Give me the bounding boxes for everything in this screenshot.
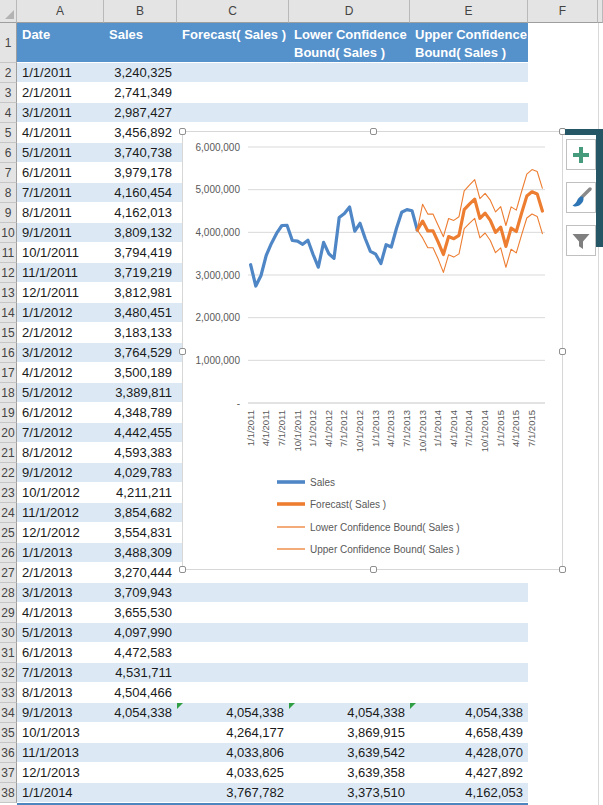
row-header-17[interactable]: 17	[0, 363, 17, 383]
cell-A5[interactable]: 4/1/2011	[17, 123, 104, 143]
row-header-2[interactable]: 2	[0, 63, 17, 83]
cell-B2[interactable]: 3,240,325	[104, 63, 177, 83]
x-axis-tick-label[interactable]: 7/1/2015	[526, 410, 537, 447]
cell-A19[interactable]: 6/1/2012	[17, 403, 104, 423]
y-axis-tick-label[interactable]: 2,000,000	[196, 312, 241, 323]
row-header-34[interactable]: 34	[0, 703, 17, 723]
cell-A38[interactable]: 1/1/2014	[17, 783, 104, 803]
cell-A22[interactable]: 9/1/2012	[17, 463, 104, 483]
selection-handle[interactable]	[370, 128, 377, 135]
cell-D38[interactable]: 3,373,510	[289, 783, 410, 803]
cell-D32[interactable]	[289, 663, 410, 683]
cell-B17[interactable]: 3,500,189	[104, 363, 177, 383]
cell-A28[interactable]: 3/1/2013	[17, 583, 104, 603]
row-header-23[interactable]: 23	[0, 483, 17, 503]
cell-C4[interactable]	[177, 103, 289, 123]
cell-D2[interactable]	[289, 63, 410, 83]
sales-line[interactable]	[251, 207, 418, 286]
column-header-B[interactable]: B	[104, 0, 177, 23]
cell-C32[interactable]	[177, 663, 289, 683]
cell-B25[interactable]: 3,554,831	[104, 523, 177, 543]
cell-A15[interactable]: 2/1/2012	[17, 323, 104, 343]
chart-elements-button[interactable]	[566, 139, 596, 170]
cell-A34[interactable]: 9/1/2013	[17, 703, 104, 723]
cell-B9[interactable]: 4,162,013	[104, 203, 177, 223]
forecast-chart[interactable]: 6,000,0005,000,0004,000,0003,000,0002,00…	[182, 131, 563, 570]
legend-label[interactable]: Lower Confidence Bound( Sales )	[310, 522, 460, 533]
selection-handle[interactable]	[370, 566, 377, 573]
row-header-32[interactable]: 32	[0, 663, 17, 683]
forecast-line[interactable]	[417, 192, 542, 255]
x-axis-tick-label[interactable]: 4/1/2014	[448, 410, 459, 447]
selection-handle[interactable]	[179, 128, 186, 135]
cell-B33[interactable]: 4,504,466	[104, 683, 177, 703]
row-header-26[interactable]: 26	[0, 543, 17, 563]
cell-C33[interactable]	[177, 683, 289, 703]
cell-B36[interactable]	[104, 743, 177, 763]
cell-B20[interactable]: 4,442,455	[104, 423, 177, 443]
cell-E28[interactable]	[410, 583, 528, 603]
cell-C30[interactable]	[177, 623, 289, 643]
cell-A32[interactable]: 7/1/2013	[17, 663, 104, 683]
cell-A37[interactable]: 12/1/2013	[17, 763, 104, 783]
cell-A30[interactable]: 5/1/2013	[17, 623, 104, 643]
row-header-6[interactable]: 6	[0, 143, 17, 163]
row-header-31[interactable]: 31	[0, 643, 17, 663]
x-axis-tick-label[interactable]: 1/1/2011	[245, 410, 256, 446]
selection-handle[interactable]	[559, 348, 566, 355]
cell-B14[interactable]: 3,480,451	[104, 303, 177, 323]
row-header-35[interactable]: 35	[0, 723, 17, 743]
row-header-28[interactable]: 28	[0, 583, 17, 603]
cell-D3[interactable]	[289, 83, 410, 103]
chart-filters-button[interactable]	[566, 225, 596, 256]
cell-B29[interactable]: 3,655,530	[104, 603, 177, 623]
x-axis-tick-label[interactable]: 1/1/2013	[370, 410, 381, 447]
cell-B38[interactable]	[104, 783, 177, 803]
cell-C28[interactable]	[177, 583, 289, 603]
cell-E2[interactable]	[410, 63, 528, 83]
cell-B16[interactable]: 3,764,529	[104, 343, 177, 363]
cell-C38[interactable]: 3,767,782	[177, 783, 289, 803]
cell-D34[interactable]: 4,054,338	[289, 703, 410, 723]
cell-B7[interactable]: 3,979,178	[104, 163, 177, 183]
cell-A13[interactable]: 12/1/2011	[17, 283, 104, 303]
cell-B15[interactable]: 3,183,133	[104, 323, 177, 343]
header-cell-upper-bound[interactable]: Upper Confidence Bound( Sales )	[410, 23, 528, 63]
cell-B37[interactable]	[104, 763, 177, 783]
cell-A16[interactable]: 3/1/2012	[17, 343, 104, 363]
chart-styles-button[interactable]	[566, 182, 596, 213]
x-axis-tick-label[interactable]: 7/1/2012	[338, 410, 349, 447]
row-header-8[interactable]: 8	[0, 183, 17, 203]
cell-A35[interactable]: 10/1/2013	[17, 723, 104, 743]
y-axis-tick-label[interactable]: 5,000,000	[196, 184, 241, 195]
cell-B28[interactable]: 3,709,943	[104, 583, 177, 603]
row-header-37[interactable]: 37	[0, 763, 17, 783]
cell-B19[interactable]: 4,348,789	[104, 403, 177, 423]
cell-E34[interactable]: 4,054,338	[410, 703, 528, 723]
x-axis-tick-label[interactable]: 7/1/2013	[401, 410, 412, 447]
row-header-25[interactable]: 25	[0, 523, 17, 543]
y-axis-tick-label[interactable]: 1,000,000	[196, 355, 241, 366]
row-header-20[interactable]: 20	[0, 423, 17, 443]
cell-D35[interactable]: 3,869,915	[289, 723, 410, 743]
cell-B21[interactable]: 4,593,383	[104, 443, 177, 463]
cell-D33[interactable]	[289, 683, 410, 703]
legend-label[interactable]: Upper Confidence Bound( Sales )	[310, 544, 460, 555]
y-axis-tick-label[interactable]: -	[237, 398, 240, 409]
cell-A18[interactable]: 5/1/2012	[17, 383, 104, 403]
cell-E38[interactable]: 4,162,053	[410, 783, 528, 803]
cell-B6[interactable]: 3,740,738	[104, 143, 177, 163]
cell-E4[interactable]	[410, 103, 528, 123]
cell-C37[interactable]: 4,033,625	[177, 763, 289, 783]
cell-E35[interactable]: 4,658,439	[410, 723, 528, 743]
cell-D4[interactable]	[289, 103, 410, 123]
legend-label[interactable]: Forecast( Sales )	[310, 499, 386, 510]
cell-A33[interactable]: 8/1/2013	[17, 683, 104, 703]
cell-B23[interactable]: 4,211,211	[104, 483, 177, 503]
column-header-F[interactable]: F	[528, 0, 598, 23]
cell-A8[interactable]: 7/1/2011	[17, 183, 104, 203]
cell-B35[interactable]	[104, 723, 177, 743]
selection-handle[interactable]	[559, 566, 566, 573]
selection-handle[interactable]	[179, 566, 186, 573]
cell-E29[interactable]	[410, 603, 528, 623]
